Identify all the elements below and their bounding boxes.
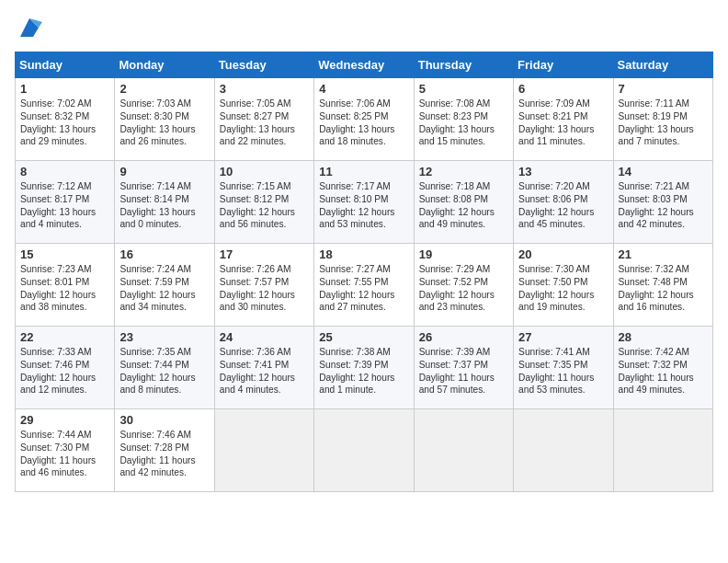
- calendar-cell: 20Sunrise: 7:30 AM Sunset: 7:50 PM Dayli…: [514, 244, 613, 327]
- day-number: 7: [619, 82, 708, 96]
- day-number: 6: [518, 82, 608, 96]
- calendar-cell: [514, 409, 613, 492]
- calendar-cell: 18Sunrise: 7:27 AM Sunset: 7:55 PM Dayli…: [314, 244, 414, 327]
- day-number: 28: [619, 330, 708, 344]
- cell-content: Sunrise: 7:09 AM Sunset: 8:21 PM Dayligh…: [518, 98, 608, 148]
- cell-content: Sunrise: 7:33 AM Sunset: 7:46 PM Dayligh…: [20, 346, 109, 396]
- day-number: 12: [419, 165, 508, 178]
- cell-content: Sunrise: 7:26 AM Sunset: 7:57 PM Dayligh…: [220, 263, 309, 314]
- day-number: 3: [220, 82, 309, 96]
- cell-content: Sunrise: 7:20 AM Sunset: 8:06 PM Dayligh…: [518, 180, 608, 231]
- calendar-week-1: 1Sunrise: 7:02 AM Sunset: 8:32 PM Daylig…: [16, 78, 713, 161]
- cell-content: Sunrise: 7:18 AM Sunset: 8:08 PM Dayligh…: [419, 180, 508, 231]
- calendar-header: SundayMondayTuesdayWednesdayThursdayFrid…: [16, 52, 713, 78]
- calendar-cell: [613, 409, 712, 492]
- calendar-cell: 25Sunrise: 7:38 AM Sunset: 7:39 PM Dayli…: [314, 327, 414, 409]
- day-number: 14: [619, 165, 708, 178]
- calendar-cell: [214, 409, 313, 492]
- calendar-cell: 8Sunrise: 7:12 AM Sunset: 8:17 PM Daylig…: [16, 161, 115, 244]
- calendar-cell: 5Sunrise: 7:08 AM Sunset: 8:23 PM Daylig…: [414, 78, 513, 161]
- day-number: 24: [220, 330, 309, 344]
- calendar-cell: 23Sunrise: 7:35 AM Sunset: 7:44 PM Dayli…: [115, 327, 214, 409]
- calendar-week-3: 15Sunrise: 7:23 AM Sunset: 8:01 PM Dayli…: [16, 244, 713, 327]
- day-number: 25: [319, 330, 408, 344]
- calendar-week-4: 22Sunrise: 7:33 AM Sunset: 7:46 PM Dayli…: [16, 327, 713, 409]
- header-wednesday: Wednesday: [314, 52, 414, 78]
- cell-content: Sunrise: 7:23 AM Sunset: 8:01 PM Dayligh…: [20, 263, 109, 314]
- calendar-week-2: 8Sunrise: 7:12 AM Sunset: 8:17 PM Daylig…: [16, 161, 713, 244]
- day-number: 23: [119, 330, 209, 344]
- calendar-cell: 30Sunrise: 7:46 AM Sunset: 7:28 PM Dayli…: [115, 409, 214, 492]
- header-monday: Monday: [115, 52, 214, 78]
- cell-content: Sunrise: 7:46 AM Sunset: 7:28 PM Dayligh…: [119, 429, 209, 479]
- cell-content: Sunrise: 7:39 AM Sunset: 7:37 PM Dayligh…: [419, 346, 508, 396]
- calendar-cell: 15Sunrise: 7:23 AM Sunset: 8:01 PM Dayli…: [16, 244, 115, 327]
- day-number: 27: [518, 330, 608, 344]
- cell-content: Sunrise: 7:36 AM Sunset: 7:41 PM Dayligh…: [220, 346, 309, 396]
- day-number: 17: [220, 247, 309, 261]
- logo: [15, 15, 42, 40]
- day-number: 15: [20, 247, 109, 261]
- cell-content: Sunrise: 7:41 AM Sunset: 7:35 PM Dayligh…: [518, 346, 608, 396]
- cell-content: Sunrise: 7:24 AM Sunset: 7:59 PM Dayligh…: [119, 263, 209, 314]
- calendar-cell: 28Sunrise: 7:42 AM Sunset: 7:32 PM Dayli…: [613, 327, 712, 409]
- calendar-cell: 12Sunrise: 7:18 AM Sunset: 8:08 PM Dayli…: [414, 161, 513, 244]
- cell-content: Sunrise: 7:12 AM Sunset: 8:17 PM Dayligh…: [20, 180, 109, 231]
- header-friday: Friday: [514, 52, 613, 78]
- cell-content: Sunrise: 7:05 AM Sunset: 8:27 PM Dayligh…: [220, 98, 309, 148]
- cell-content: Sunrise: 7:38 AM Sunset: 7:39 PM Dayligh…: [319, 346, 408, 396]
- calendar-cell: 11Sunrise: 7:17 AM Sunset: 8:10 PM Dayli…: [314, 161, 414, 244]
- cell-content: Sunrise: 7:11 AM Sunset: 8:19 PM Dayligh…: [619, 98, 708, 148]
- cell-content: Sunrise: 7:14 AM Sunset: 8:14 PM Dayligh…: [119, 180, 209, 231]
- day-number: 9: [119, 165, 209, 178]
- calendar-cell: 24Sunrise: 7:36 AM Sunset: 7:41 PM Dayli…: [214, 327, 313, 409]
- calendar-cell: 16Sunrise: 7:24 AM Sunset: 7:59 PM Dayli…: [115, 244, 214, 327]
- cell-content: Sunrise: 7:06 AM Sunset: 8:25 PM Dayligh…: [319, 98, 408, 148]
- logo-icon: [17, 15, 42, 40]
- calendar-cell: 1Sunrise: 7:02 AM Sunset: 8:32 PM Daylig…: [16, 78, 115, 161]
- calendar-cell: 6Sunrise: 7:09 AM Sunset: 8:21 PM Daylig…: [514, 78, 613, 161]
- cell-content: Sunrise: 7:08 AM Sunset: 8:23 PM Dayligh…: [419, 98, 508, 148]
- cell-content: Sunrise: 7:44 AM Sunset: 7:30 PM Dayligh…: [20, 429, 109, 479]
- calendar-cell: 29Sunrise: 7:44 AM Sunset: 7:30 PM Dayli…: [16, 409, 115, 492]
- cell-content: Sunrise: 7:21 AM Sunset: 8:03 PM Dayligh…: [619, 180, 708, 231]
- day-number: 1: [20, 82, 109, 96]
- cell-content: Sunrise: 7:17 AM Sunset: 8:10 PM Dayligh…: [319, 180, 408, 231]
- cell-content: Sunrise: 7:27 AM Sunset: 7:55 PM Dayligh…: [319, 263, 408, 314]
- header-tuesday: Tuesday: [214, 52, 313, 78]
- day-number: 8: [20, 165, 109, 178]
- day-number: 21: [619, 247, 708, 261]
- calendar-cell: 4Sunrise: 7:06 AM Sunset: 8:25 PM Daylig…: [314, 78, 414, 161]
- calendar-cell: 14Sunrise: 7:21 AM Sunset: 8:03 PM Dayli…: [613, 161, 712, 244]
- calendar-cell: 10Sunrise: 7:15 AM Sunset: 8:12 PM Dayli…: [214, 161, 313, 244]
- page-header: [15, 15, 713, 40]
- day-number: 29: [20, 413, 109, 427]
- header-sunday: Sunday: [16, 52, 115, 78]
- calendar-cell: 22Sunrise: 7:33 AM Sunset: 7:46 PM Dayli…: [16, 327, 115, 409]
- calendar-cell: 19Sunrise: 7:29 AM Sunset: 7:52 PM Dayli…: [414, 244, 513, 327]
- calendar-cell: 9Sunrise: 7:14 AM Sunset: 8:14 PM Daylig…: [115, 161, 214, 244]
- day-number: 5: [419, 82, 508, 96]
- calendar-week-5: 29Sunrise: 7:44 AM Sunset: 7:30 PM Dayli…: [16, 409, 713, 492]
- calendar-cell: 7Sunrise: 7:11 AM Sunset: 8:19 PM Daylig…: [613, 78, 712, 161]
- calendar-cell: 27Sunrise: 7:41 AM Sunset: 7:35 PM Dayli…: [514, 327, 613, 409]
- cell-content: Sunrise: 7:03 AM Sunset: 8:30 PM Dayligh…: [119, 98, 209, 148]
- calendar-cell: 26Sunrise: 7:39 AM Sunset: 7:37 PM Dayli…: [414, 327, 513, 409]
- calendar-cell: 17Sunrise: 7:26 AM Sunset: 7:57 PM Dayli…: [214, 244, 313, 327]
- cell-content: Sunrise: 7:42 AM Sunset: 7:32 PM Dayligh…: [619, 346, 708, 396]
- calendar-cell: 2Sunrise: 7:03 AM Sunset: 8:30 PM Daylig…: [115, 78, 214, 161]
- header-saturday: Saturday: [613, 52, 712, 78]
- calendar-body: 1Sunrise: 7:02 AM Sunset: 8:32 PM Daylig…: [16, 78, 713, 492]
- calendar-cell: 21Sunrise: 7:32 AM Sunset: 7:48 PM Dayli…: [613, 244, 712, 327]
- calendar-cell: 3Sunrise: 7:05 AM Sunset: 8:27 PM Daylig…: [214, 78, 313, 161]
- day-number: 19: [419, 247, 508, 261]
- calendar-cell: [414, 409, 513, 492]
- day-number: 2: [119, 82, 209, 96]
- calendar-cell: [314, 409, 414, 492]
- cell-content: Sunrise: 7:32 AM Sunset: 7:48 PM Dayligh…: [619, 263, 708, 314]
- day-number: 26: [419, 330, 508, 344]
- day-number: 16: [119, 247, 209, 261]
- cell-content: Sunrise: 7:35 AM Sunset: 7:44 PM Dayligh…: [119, 346, 209, 396]
- day-number: 18: [319, 247, 408, 261]
- day-number: 22: [20, 330, 109, 344]
